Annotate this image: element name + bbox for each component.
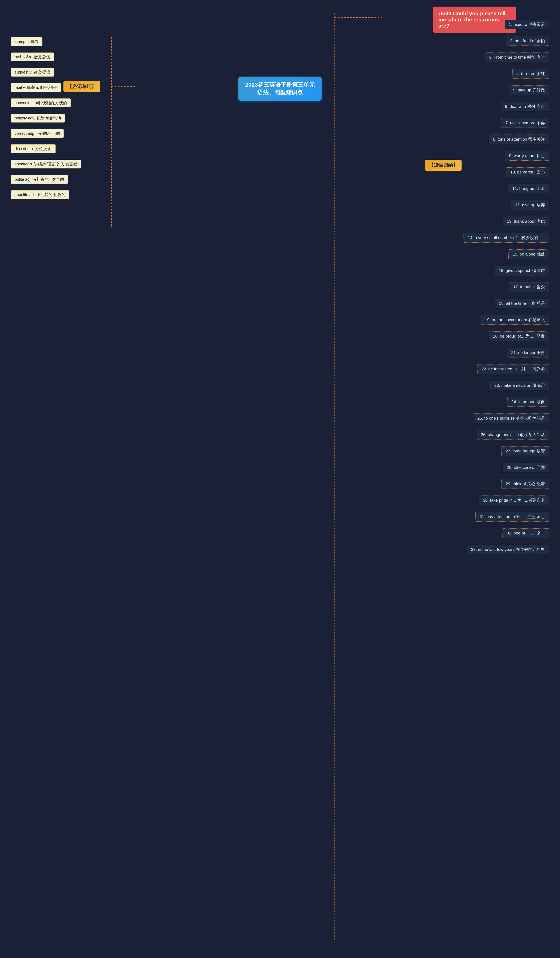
central-node: 2023初三英语下册第三单元语法、句型知识点 [238,76,322,101]
phrase-item-p18: 18. all the time 一直;总是 [495,299,549,308]
phrase-item-p20: 20. be proud of... 为......骄傲 [489,331,549,341]
vocab-item-v10: polite adj. 有礼貌的、客气的 [11,175,68,184]
phrases-label: 【短语归纳】 [425,160,462,171]
phrase-item-p30: 30. take pride in... 为......感到自豪 [479,495,549,505]
phrase-item-p3: 3. From time to time 时常;有时 [485,52,549,62]
phrase-item-p1: 1. used to 过去常常 [504,20,549,29]
phrase-item-p15: 15. be alone 独处 [508,249,549,259]
vocab-item-v4: mail v. 邮寄 n. 邮件;信件 [11,83,61,92]
phrase-item-p31: 31. pay attention to 对......注意;留心 [475,512,549,522]
phrase-item-p24: 24. in person 亲自 [507,397,549,407]
phrase-item-p25: 25. to one's surprise 令某人吃惊的是 [473,414,549,423]
phrase-item-p19: 19. on the soccer team 在足球队 [481,315,549,325]
phrase-item-p32: 32. one of... ......之一 [503,528,549,538]
phrase-item-p2: 2. be afraid of 害怕 [506,36,549,46]
title-text: Unit3 Could you please tell me where the… [438,11,506,29]
phrases-label-text: 【短语归纳】 [429,162,458,168]
vocab-label-text: 【必记单词】 [67,84,96,89]
phrase-item-p4: 4. turn red 变红 [512,69,549,79]
connector-lines [0,0,560,958]
mind-map: Unit3 Could you please tell me where the… [0,0,560,958]
phrase-item-p9: 9. worry about 担心 [505,151,549,160]
vocab-item-v11: impolite adj. 不礼貌的;粗鲁的 [11,190,69,199]
phrase-item-p13: 13. thank about 考虑 [503,217,549,226]
vocab-item-v1: stamp n. 邮票 [11,37,43,46]
unit-title: Unit3 Could you please tell me where the… [433,6,516,33]
vocab-label: 【必记单词】 [63,81,100,92]
vocab-item-v7: correct adj. 正确的;恰当的 [11,129,63,138]
vocab-item-v9: speaker n. 讲(某种语言)的人;发言者 [11,160,81,168]
vocab-item-v5: convenient adj. 便利的;方便的 [11,98,71,107]
phrase-item-p21: 21. no longer 不再 [507,348,549,357]
phrase-item-p8: 8. tons of attention 很多关注 [489,135,549,144]
phrase-item-p29: 29. think of 关心;想着 [501,479,549,489]
phrase-item-p33: 33. in the last few years 在过去的几年里 [467,545,549,554]
phrase-item-p6: 6. deal with 对付;应付 [501,102,549,111]
phrase-item-p26: 26. change one's life 改变某人生活 [477,430,549,439]
vocab-item-v3: suggest v. 建议;提议 [11,68,54,76]
vocab-item-v2: rush v.&n. 仓促;急促 [11,52,54,61]
phrase-item-p16: 16. give a speech 做演讲 [495,266,549,276]
vocab-item-v6: politely adv. 礼貌地;客气地 [11,114,65,122]
phrase-item-p28: 28. take care of 照顾 [503,463,549,472]
central-title: 2023初三英语下册第三单元语法、句型知识点 [245,81,315,95]
phrase-item-p23: 23. make a decision 做决定 [490,381,549,390]
phrase-item-p17: 17. in public 当众 [509,282,549,292]
vocab-item-v8: direction n. 方位;方向 [11,144,56,153]
phrase-item-p14: 14. a very small number of... 极少数的...... [463,233,549,243]
phrase-item-p22: 22. be interested in... 对......感兴趣 [478,364,549,374]
phrase-item-p5: 5. take up 开始做 [509,85,549,95]
phrase-item-p11: 11. hang out 闲逛 [508,184,549,194]
phrase-item-p10: 10. be careful 当心 [506,167,549,177]
phrase-item-p7: 7. not...anymore 不再 [501,118,549,128]
phrase-item-p27: 27. even though 尽管 [501,446,549,456]
phrase-item-p12: 12. give up 放弃 [511,200,549,210]
